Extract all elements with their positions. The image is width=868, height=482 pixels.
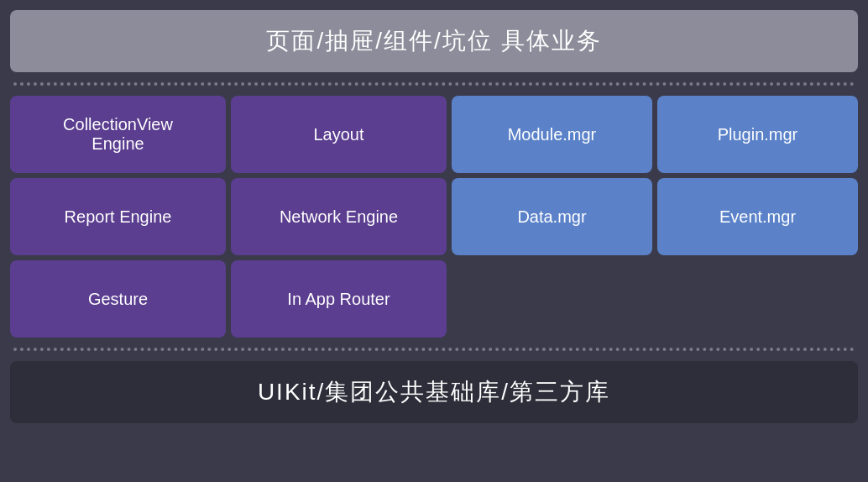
- cell-network-engine: Network Engine: [231, 178, 447, 255]
- dot-line-top: [13, 82, 855, 86]
- main-grid: CollectionView Engine Layout Report Engi…: [10, 96, 858, 338]
- left-row-3: Gesture In App Router: [10, 260, 447, 338]
- cell-empty-1: [452, 260, 652, 338]
- cell-in-app-router: In App Router: [231, 260, 447, 338]
- cell-layout: Layout: [231, 96, 447, 173]
- dot-separator-bottom: [10, 338, 858, 361]
- right-grid: Module.mgr Plugin.mgr Data.mgr Event.mgr: [452, 96, 858, 338]
- cell-empty-2: [657, 260, 858, 338]
- bottom-bar-label: UIKit/集团公共基础库/第三方库: [258, 376, 610, 408]
- cell-data-mgr: Data.mgr: [452, 178, 652, 255]
- cell-gesture: Gesture: [10, 260, 226, 338]
- cell-report-engine: Report Engine: [10, 178, 226, 255]
- bottom-bar: UIKit/集团公共基础库/第三方库: [10, 361, 858, 423]
- dot-line-bottom: [13, 348, 855, 351]
- right-row-1: Module.mgr Plugin.mgr: [452, 96, 858, 173]
- top-bar: 页面/抽屉/组件/坑位 具体业务: [10, 10, 858, 72]
- left-grid: CollectionView Engine Layout Report Engi…: [10, 96, 447, 338]
- top-bar-label: 页面/抽屉/组件/坑位 具体业务: [266, 25, 601, 57]
- right-row-2: Data.mgr Event.mgr: [452, 178, 858, 255]
- diagram-wrapper: 页面/抽屉/组件/坑位 具体业务 CollectionView Engine L…: [0, 0, 868, 482]
- cell-event-mgr: Event.mgr: [657, 178, 858, 255]
- right-row-3-empty: [452, 260, 858, 338]
- cell-collection-view-engine: CollectionView Engine: [10, 96, 226, 173]
- dot-separator-top: [10, 72, 858, 96]
- left-row-2: Report Engine Network Engine: [10, 178, 447, 255]
- left-row-1: CollectionView Engine Layout: [10, 96, 447, 173]
- cell-plugin-mgr: Plugin.mgr: [657, 96, 858, 173]
- cell-module-mgr: Module.mgr: [452, 96, 652, 173]
